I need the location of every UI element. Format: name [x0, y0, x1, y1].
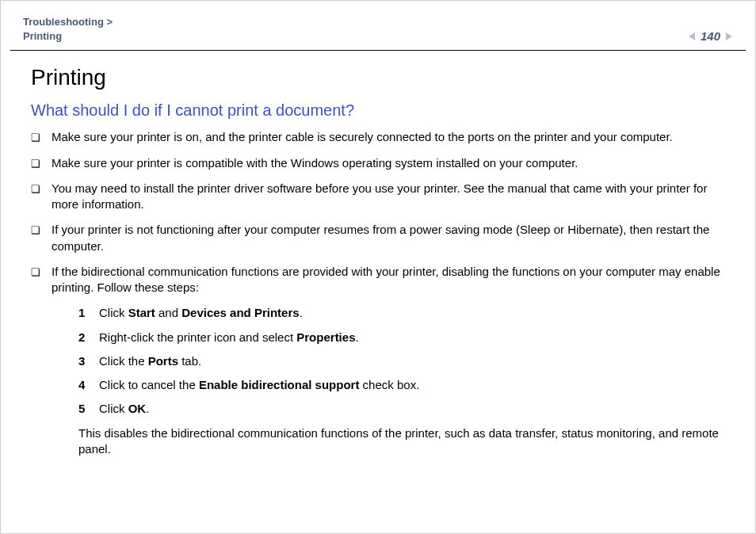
page-number-nav: 140 — [688, 29, 733, 43]
prev-page-icon[interactable] — [688, 32, 697, 41]
list-item: ❏ If your printer is not functioning aft… — [31, 222, 725, 254]
step-item: 5 Click OK. — [78, 401, 725, 417]
step-list: 1 Click Start and Devices and Printers. … — [52, 305, 725, 417]
bullet-list: ❏ Make sure your printer is on, and the … — [31, 129, 725, 457]
step-text: Click OK. — [99, 401, 149, 417]
list-item-text: If your printer is not functioning after… — [52, 222, 725, 254]
bullet-icon: ❏ — [31, 131, 40, 145]
page-number: 140 — [701, 29, 720, 43]
bullet-icon: ❏ — [31, 157, 40, 171]
step-number: 4 — [78, 377, 88, 393]
step-number: 3 — [78, 353, 88, 369]
svg-marker-1 — [726, 32, 732, 40]
step-number: 2 — [78, 330, 88, 345]
next-page-icon[interactable] — [724, 32, 733, 41]
page-content: Printing What should I do if I cannot pr… — [1, 51, 755, 457]
list-item-text: Make sure your printer is compatible wit… — [52, 155, 578, 171]
step-text: Click Start and Devices and Printers. — [99, 305, 303, 321]
list-item: ❏ You may need to install the printer dr… — [31, 181, 725, 213]
page-title: Printing — [31, 65, 725, 90]
step-note: This disables the bidirectional communic… — [52, 425, 725, 458]
list-item: ❏ Make sure your printer is on, and the … — [31, 129, 725, 145]
breadcrumb-current: Printing — [23, 29, 113, 44]
step-number: 1 — [78, 305, 88, 321]
list-item-text: You may need to install the printer driv… — [52, 181, 725, 213]
step-text: Click to cancel the Enable bidirectional… — [99, 377, 419, 393]
step-item: 3 Click the Ports tab. — [78, 353, 725, 369]
page-header: Troubleshooting > Printing 140 — [1, 1, 755, 50]
bullet-icon: ❏ — [31, 265, 40, 280]
step-item: 4 Click to cancel the Enable bidirection… — [78, 377, 725, 393]
step-text: Click the Ports tab. — [99, 353, 201, 369]
document-page: Troubleshooting > Printing 140 Printing … — [0, 0, 756, 534]
step-item: 2 Right-click the printer icon and selec… — [78, 330, 725, 345]
list-item: ❏ If the bidirectional communication fun… — [31, 264, 725, 457]
section-heading: What should I do if I cannot print a doc… — [31, 101, 725, 120]
list-item-text: If the bidirectional communication funct… — [52, 265, 720, 294]
step-number: 5 — [78, 401, 88, 417]
step-item: 1 Click Start and Devices and Printers. — [78, 305, 725, 321]
bullet-icon: ❏ — [31, 182, 40, 196]
list-item-text: Make sure your printer is on, and the pr… — [52, 129, 673, 145]
breadcrumb-parent: Troubleshooting > — [23, 15, 113, 29]
list-item: ❏ Make sure your printer is compatible w… — [31, 155, 725, 171]
list-item-body: If the bidirectional communication funct… — [52, 264, 725, 457]
bullet-icon: ❏ — [31, 223, 40, 238]
svg-marker-0 — [689, 32, 695, 40]
breadcrumb: Troubleshooting > Printing — [23, 15, 113, 44]
step-text: Right-click the printer icon and select … — [99, 330, 359, 345]
